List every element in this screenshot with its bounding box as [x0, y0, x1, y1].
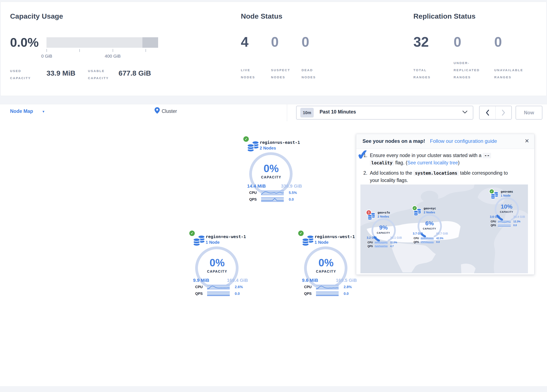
cpu-value: 12.3% [513, 220, 520, 223]
qps-label: QPS [195, 292, 207, 296]
region-card-us-east-1[interactable]: ✓ region=us-east-1 2 Nodes 0% CAPACITY 1… [241, 136, 306, 205]
used-value: 14.4 MiB [247, 183, 266, 189]
cpu-label: CPU [491, 220, 498, 223]
region-label: geo=ams [501, 190, 513, 193]
qps-value: 0.0 [436, 241, 440, 244]
cpu-label: CPU [249, 191, 261, 195]
used-value: 3.2 GiB [367, 236, 377, 239]
instruction-step-1: 1. Ensure every node in your cluster was… [356, 152, 525, 166]
qps-sparkline [421, 241, 434, 243]
axis-tick-label: 0 GiB [34, 54, 59, 59]
total-ranges-label: TOTAL RANGES [413, 67, 431, 81]
qps-label: QPS [304, 292, 316, 296]
replication-status-title: Replication Status [413, 12, 476, 20]
used-capacity-label: USED CAPACITY [10, 68, 31, 82]
capacity-percent: 10% [494, 203, 520, 210]
cpu-sparkline [375, 241, 388, 244]
live-nodes-count: 4 [241, 34, 249, 50]
capacity-usage-title: Capacity Usage [10, 12, 63, 20]
total-value: 338.9 GiB [281, 183, 302, 189]
capacity-usage-percent: 0.0% [10, 35, 39, 50]
total-value: 34.4 GiB [513, 215, 525, 218]
instruction-step-2: 2. Add locations to the system.locations… [356, 169, 525, 184]
qps-value: 4.7 [390, 245, 394, 248]
qps-label: QPS [491, 224, 498, 227]
region-label: region=eu-west-1 [206, 234, 246, 239]
node-count-link[interactable]: 2 Nodes [260, 146, 276, 151]
cpu-value: 42.5% [436, 237, 443, 240]
axis-tick [47, 49, 47, 52]
total-ranges-count: 32 [413, 34, 429, 50]
map-node-geo-nyc[interactable]: ✓ geo=nyc 2 Nodes 6% CAPACITY 3.7 GiB65.… [412, 206, 453, 246]
locality-tree-link[interactable]: See current locality tree [407, 160, 458, 165]
region-card-eu-west-1[interactable]: ✓ region=eu-west-1 1 Node 0% CAPACITY 9.… [187, 230, 252, 299]
total-value: 169.5 GiB [336, 278, 357, 283]
capacity-label: CAPACITY [370, 232, 397, 234]
axis-tick-label: 400 GiB [100, 54, 125, 59]
view-selector-node-map[interactable]: Node Map [10, 109, 33, 114]
configuration-guide-link[interactable]: Follow our configuration guide [430, 138, 497, 144]
node-count-link[interactable]: 1 Node [315, 240, 328, 245]
popup-header: See your nodes on a map! Follow our conf… [356, 134, 534, 149]
dead-nodes-count: 0 [301, 34, 309, 50]
map-pin-icon [154, 107, 160, 115]
cpu-value: 11.0% [390, 241, 397, 244]
popup-title: See your nodes on a map! [362, 138, 425, 144]
cpu-value: 2.8% [344, 285, 352, 289]
node-map-setup-popup: See your nodes on a map! Follow our conf… [356, 134, 534, 275]
region-label: geo=sfo [378, 211, 390, 214]
close-icon[interactable]: ✕ [525, 138, 529, 144]
chevron-down-icon[interactable]: ▼ [42, 110, 45, 113]
time-nav-group [479, 106, 512, 120]
capacity-usable-segment [142, 37, 158, 48]
qps-sparkline [498, 224, 511, 227]
bottom-strip [0, 386, 547, 392]
qps-value: 0.0 [344, 292, 349, 296]
cpu-label: CPU [414, 237, 421, 240]
code-snippet: system.locations [413, 171, 459, 176]
chevron-down-icon [462, 110, 467, 114]
axis-tick [79, 49, 80, 52]
suspect-nodes-label: SUSPECT NODES [271, 67, 290, 81]
used-value: 3.7 GiB [413, 232, 423, 235]
region-label: region=us-east-1 [260, 140, 300, 145]
node-count-link[interactable]: 1 Node [206, 240, 220, 245]
cpu-value: 5.5% [289, 191, 297, 195]
time-range-label: Past 10 Minutes [320, 109, 356, 115]
node-status-title: Node Status [241, 12, 282, 20]
qps-sparkline [316, 291, 339, 296]
time-prev-button[interactable] [479, 106, 496, 119]
capacity-usage-bar [47, 37, 158, 48]
time-next-button[interactable] [496, 106, 512, 119]
breadcrumb-cluster[interactable]: Cluster [162, 109, 177, 114]
capacity-label: CAPACITY [248, 175, 294, 179]
used-value: 9.9 MiB [193, 278, 209, 283]
qps-value: 0.0 [235, 292, 240, 296]
axis-tick [113, 49, 113, 52]
code-snippet: locality [370, 160, 394, 166]
cpu-sparkline [498, 220, 511, 223]
cpu-label: CPU [368, 241, 375, 244]
capacity-label: CAPACITY [494, 211, 520, 213]
popup-instructions: 1. Ensure every node in your cluster was… [356, 149, 534, 184]
region-label: region=us-west-1 [315, 234, 355, 239]
qps-value: 0.0 [289, 198, 294, 202]
map-node-geo-sfo[interactable]: 1 geo=sfo 2 Nodes 9% CAPACITY 3.2 GiB35.… [366, 210, 407, 250]
under-replicated-label: UNDER- REPLICATED RANGES [454, 60, 480, 81]
check-mark-icon: ✔ [356, 146, 369, 163]
used-value: 3.6 GiB [490, 215, 500, 218]
map-node-geo-ams[interactable]: ✓ geo=ams 1 Node 10% CAPACITY 3.6 GiB34.… [489, 189, 530, 229]
now-button[interactable]: Now [516, 106, 542, 120]
suspect-nodes-count: 0 [271, 34, 279, 50]
qps-sparkline [375, 245, 388, 248]
cpu-label: CPU [304, 285, 316, 289]
cpu-sparkline [207, 285, 230, 289]
qps-sparkline [261, 197, 284, 202]
total-value: 65.7 GiB [436, 232, 448, 235]
used-capacity-value: 33.9 MiB [47, 69, 75, 77]
qps-label: QPS [249, 198, 261, 202]
region-label: geo=nyc [424, 207, 436, 210]
capacity-label: CAPACITY [194, 270, 240, 274]
cpu-sparkline [316, 285, 339, 289]
region-card-us-west-1[interactable]: ✓ region=us-west-1 1 Node 0% CAPACITY 9.… [296, 230, 361, 299]
